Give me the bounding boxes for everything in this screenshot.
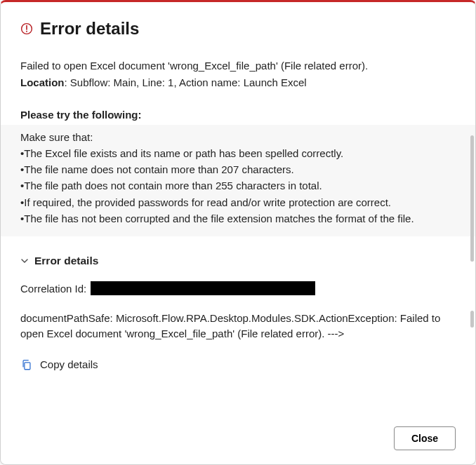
dialog-title: Error details	[40, 19, 139, 39]
copy-details-label: Copy details	[40, 358, 98, 370]
scrollbar[interactable]	[470, 311, 474, 328]
suggestions-heading: Please try the following:	[20, 109, 456, 121]
error-message: Failed to open Excel document 'wrong_Exc…	[20, 58, 456, 74]
suggestions-lead: Make sure that:	[20, 129, 456, 145]
stack-trace: documentPathSafe: Microsoft.Flow.RPA.Des…	[20, 311, 456, 342]
svg-rect-3	[25, 362, 30, 369]
location-value: Subflow: Main, Line: 1, Action name: Lau…	[70, 76, 307, 88]
chevron-down-icon	[20, 257, 29, 265]
details-toggle[interactable]: Error details	[20, 255, 456, 267]
copy-details-button[interactable]: Copy details	[20, 356, 98, 374]
dialog-header: Error details	[20, 19, 456, 39]
dialog-footer: Close	[20, 426, 456, 450]
correlation-row: Correlation Id:	[20, 281, 456, 295]
list-item: The file name does not contain more than…	[20, 161, 456, 177]
list-item: If required, the provided passwords for …	[20, 194, 456, 210]
list-item: The Excel file exists and its name or pa…	[20, 145, 456, 161]
suggestions-box: Make sure that: The Excel file exists an…	[1, 125, 475, 237]
close-button[interactable]: Close	[394, 426, 456, 450]
error-dialog: Error details Failed to open Excel docum…	[1, 2, 475, 464]
details-toggle-label: Error details	[34, 255, 98, 267]
details-section: Error details Correlation Id: documentPa…	[20, 255, 456, 388]
location-label: Location	[20, 76, 65, 88]
copy-icon	[20, 358, 33, 371]
list-item: The file has not been corrupted and the …	[20, 210, 456, 227]
suggestions-list: The Excel file exists and its name or pa…	[20, 145, 456, 227]
list-item: The file path does not contain more than…	[20, 177, 456, 194]
svg-point-2	[26, 31, 27, 32]
correlation-id-redacted	[91, 281, 315, 295]
error-icon	[20, 22, 33, 35]
correlation-label: Correlation Id:	[20, 283, 86, 295]
scrollbar[interactable]	[470, 135, 474, 262]
error-location: Location: Subflow: Main, Line: 1, Action…	[20, 75, 456, 90]
